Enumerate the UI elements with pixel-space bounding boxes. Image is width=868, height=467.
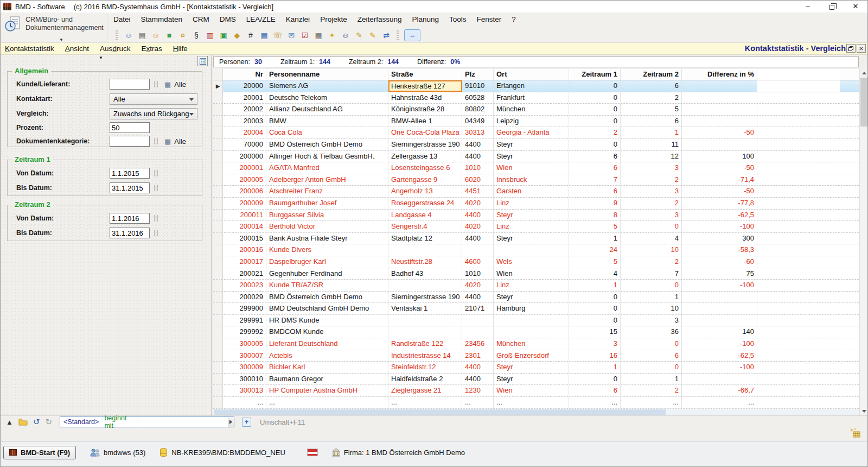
cell-diff[interactable]: 140 [682,326,757,338]
cell-str[interactable]: Königinstraße 28 [388,104,462,115]
cell-z2[interactable]: 6 [621,116,682,127]
menu-item-crm[interactable]: CRM [193,15,209,23]
cell-diff[interactable]: -62,5 [682,350,757,362]
dokkat-lookup-grid-icon[interactable]: ▦ [164,137,171,146]
cell-name[interactable]: HP Computer Austria GmbH [266,385,388,396]
column-header-z2[interactable]: Zeitraum 2 [621,69,682,80]
cell-str[interactable]: Neustiftstr.28 [388,256,462,268]
cell-str[interactable]: Angerholz 13 [388,186,462,197]
cell-z2[interactable]: 2 [621,92,682,104]
z1-von-input[interactable] [110,168,150,179]
table-row[interactable]: ▶20000Siemens AGHenkestraße 12791010Erla… [213,80,859,92]
cell-z1[interactable]: 0 [569,303,621,314]
appmenu-item-hilfe[interactable]: Hilfe [173,45,188,53]
cell-str[interactable]: Zellergasse 13 [388,151,462,162]
scrollbar-thumb[interactable] [860,78,867,127]
dokkat-picker-icon[interactable] [154,138,159,144]
cell-name[interactable]: Siemens AG [266,80,388,92]
document-lamp-icon[interactable]: ✎ [354,30,365,41]
customer-orgtree-icon[interactable]: ☺ [150,30,161,41]
cell-ort[interactable]: Wels [494,256,569,268]
table-row[interactable]: 300007ActebisIndustriestrasse 142301Groß… [213,350,859,362]
cell-nr[interactable]: 299991 [223,315,266,326]
menu-item-projekte[interactable]: Projekte [320,15,347,23]
menu-item-kanzlei[interactable]: Kanzlei [286,15,310,23]
cell-plz[interactable]: 21071 [462,303,494,314]
cell-plz[interactable]: 4400 [462,139,494,150]
cell-z1[interactable]: 6 [569,385,621,396]
mail-icon[interactable]: ✉ [286,30,297,41]
cell-str[interactable]: Sierningerstrasse 190 [388,139,462,150]
cell-str[interactable] [388,326,462,338]
cell-name[interactable]: BMD Österreich GmbH Demo [266,292,388,303]
cell-z1[interactable]: 4 [569,268,621,280]
cell-str[interactable]: ... [388,397,462,408]
cell-nr[interactable]: 200009 [223,198,266,209]
cell-plz[interactable]: 1230 [462,385,494,396]
scroll-up-arrow[interactable] [860,69,868,77]
table-row[interactable]: 70000BMD Österreich GmbH DemoSierningers… [213,139,859,151]
cell-z2[interactable]: 36 [621,326,682,338]
cell-z1[interactable]: 6 [569,162,621,174]
cell-plz[interactable]: 2301 [462,350,494,362]
cell-nr[interactable]: 200006 [223,186,266,197]
cell-z1[interactable]: 0 [569,374,621,385]
cell-diff[interactable] [682,303,757,314]
menu-item-zeiterfassung[interactable]: Zeiterfassung [358,15,402,23]
cell-z2[interactable]: 1 [621,374,682,385]
cell-diff[interactable] [682,80,757,92]
cell-str[interactable] [388,244,462,256]
cell-str[interactable]: Henkestraße 127 [388,80,462,92]
kontaktart-select[interactable]: Alle [110,93,197,105]
cell-z1[interactable]: 15 [569,326,621,338]
cell-str[interactable] [388,315,462,326]
cell-z2[interactable]: 6 [621,80,682,92]
cell-z2[interactable]: 0 [621,280,682,291]
cell-diff[interactable]: -71,4 [682,174,757,186]
table-row[interactable]: 200016Kunde Divers2410-58,3 [213,244,859,256]
menu-overflow-caret[interactable]: ▼ [99,55,103,60]
search-mode-label[interactable]: beginnt mit [104,414,131,430]
cell-diff[interactable]: -100 [682,221,757,232]
cell-name[interactable]: Deutsche Telekom [266,92,388,104]
column-header-name[interactable]: Personenname [266,69,388,80]
cell-ort[interactable]: Steyr [494,233,569,244]
cell-z2[interactable]: 0 [621,362,682,373]
cell-str[interactable]: Haidfeldstraße 2 [388,374,462,385]
cell-z1[interactable]: 1 [569,280,621,291]
column-header-diff[interactable]: Differenz in % [682,69,757,80]
menu-item-stammdaten[interactable]: Stammdaten [141,15,183,23]
cell-name[interactable]: Baumgarthuber Josef [266,198,388,209]
cell-nr[interactable]: 200017 [223,256,266,268]
cell-z2[interactable]: 2 [621,385,682,396]
clock-user-icon[interactable]: ☺ [340,30,351,41]
cell-ort[interactable] [494,244,569,256]
cell-z1[interactable]: 0 [569,315,621,326]
cell-ort[interactable]: Linz [494,221,569,232]
table-row[interactable]: 300009Bichler KarlSteinfeldstr.124400Ste… [213,362,859,374]
cell-name[interactable]: ... [266,397,388,408]
product-orgtree-icon[interactable]: ■ [164,30,175,41]
cell-z1[interactable]: 7 [569,174,621,186]
z2-bis-input[interactable] [110,228,150,238]
table-row[interactable]: 299991HR DMS Kunde03 [213,315,859,327]
cell-z1[interactable]: 6 [569,186,621,197]
cell-plz[interactable]: 1010 [462,268,494,280]
cell-name[interactable]: BMD Österreich GmbH Demo [266,139,388,150]
cell-name[interactable]: Actebis [266,350,388,362]
menu-item-datei[interactable]: Datei [113,15,131,23]
table-row[interactable]: 200011Burggasser SilviaLandgasse 44400St… [213,210,859,222]
cell-str[interactable]: Sierningerstrasse 190 [388,292,462,303]
cell-z2[interactable]: 7 [621,268,682,280]
table-row[interactable]: 300010Baumann GregorHaidfeldstraße 24400… [213,374,859,386]
cell-z2[interactable]: 3 [621,210,682,221]
cell-diff[interactable] [682,116,757,127]
menu-item-dms[interactable]: DMS [220,15,236,23]
cell-ort[interactable]: Erlangen [494,80,569,92]
cell-nr[interactable]: 299900 [223,303,266,314]
cell-z2[interactable]: 11 [621,139,682,150]
cell-z2[interactable]: 3 [621,162,682,174]
cell-nr[interactable]: 200001 [223,162,266,174]
cell-diff[interactable]: ... [682,397,757,408]
table-row[interactable]: 20001Deutsche TelekomHahnstraße 43d60528… [213,92,859,104]
